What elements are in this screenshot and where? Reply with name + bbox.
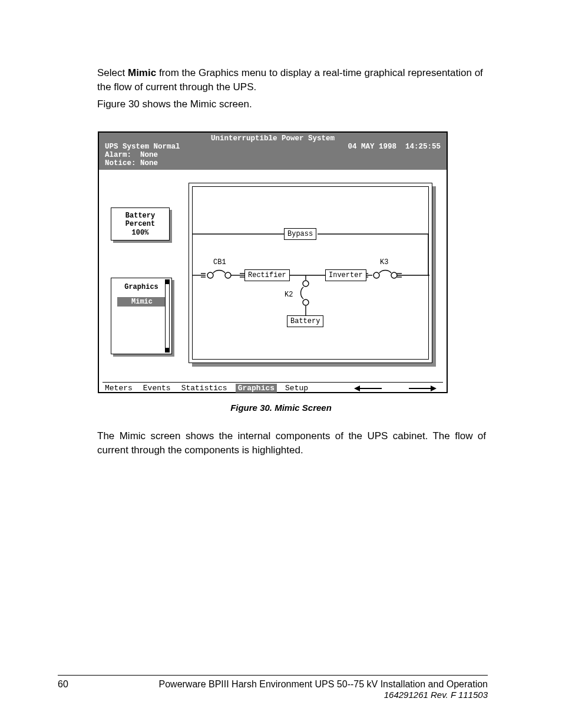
- battery-label-1: Battery: [111, 212, 169, 220]
- box-rectifier: Rectifier: [244, 269, 290, 281]
- footer-title: Powerware BPIII Harsh Environment UPS 50…: [158, 679, 488, 690]
- box-battery: Battery: [287, 315, 323, 327]
- graphics-item-mimic[interactable]: Mimic: [117, 297, 167, 307]
- after-paragraph: The Mimic screen shows the internal comp…: [97, 429, 486, 457]
- p1-pre: Select: [97, 67, 128, 78]
- screen-header: Uninterruptible Power System UPS System …: [99, 133, 447, 170]
- notice-label: Notice:: [105, 159, 136, 167]
- tab-setup[interactable]: Setup: [283, 384, 310, 393]
- label-k2: K2: [285, 291, 293, 299]
- page-number: 60: [58, 679, 158, 700]
- diagram-panel: CB1 K3 K2 Bypass Rectifier Inverter Batt…: [189, 183, 432, 363]
- screen-date: 04 MAY 1998: [348, 143, 396, 151]
- screen-body: Battery Percent 100% Graphics Mimic: [99, 170, 447, 393]
- notice-line: Notice: None: [105, 159, 441, 167]
- battery-value: 100%: [111, 229, 169, 237]
- submenu-scrollbar[interactable]: [165, 279, 170, 353]
- datetime: 04 MAY 1998 14:25:55: [348, 143, 441, 151]
- label-cb1: CB1: [213, 258, 226, 266]
- p1-bold: Mimic: [128, 67, 156, 78]
- notice-value: None: [140, 159, 158, 167]
- label-k3: K3: [380, 258, 388, 266]
- alarm-label: Alarm:: [105, 151, 131, 159]
- intro-paragraph-2: Figure 30 shows the Mimic screen.: [97, 97, 486, 111]
- alarm-line: Alarm: None: [105, 151, 441, 159]
- alarm-value: None: [140, 151, 158, 159]
- battery-label-2: Percent: [111, 220, 169, 228]
- tab-statistics[interactable]: Statistics: [179, 384, 230, 393]
- graphics-submenu-title: Graphics: [111, 283, 171, 291]
- arrow-left-icon[interactable]: [351, 386, 386, 391]
- tab-graphics[interactable]: Graphics: [236, 384, 277, 393]
- svg-point-6: [207, 272, 213, 278]
- battery-percent-panel: Battery Percent 100%: [111, 207, 170, 241]
- svg-point-13: [303, 281, 309, 286]
- svg-point-19: [373, 272, 379, 278]
- screen-title: Uninterruptible Power System: [105, 134, 441, 143]
- footer-revision: 164291261 Rev. F 111503: [158, 690, 488, 700]
- page-footer: 60 Powerware BPIII Harsh Environment UPS…: [58, 675, 488, 700]
- figure-caption: Figure 30. Mimic Screen: [0, 403, 562, 413]
- arrow-right-icon[interactable]: [404, 386, 439, 391]
- ups-status: UPS System Normal: [105, 143, 180, 151]
- mimic-screen: Uninterruptible Power System UPS System …: [98, 131, 448, 393]
- mimic-diagram: [193, 187, 429, 360]
- intro-paragraph-1: Select Mimic from the Graphics menu to d…: [97, 66, 486, 94]
- tab-events[interactable]: Events: [141, 384, 173, 393]
- screen-time: 14:25:55: [405, 143, 441, 151]
- box-bypass: Bypass: [284, 228, 316, 240]
- box-inverter: Inverter: [325, 269, 366, 281]
- svg-point-7: [225, 272, 231, 278]
- graphics-submenu[interactable]: Graphics Mimic: [111, 278, 172, 354]
- tab-meters[interactable]: Meters: [103, 384, 135, 393]
- svg-point-20: [391, 272, 397, 278]
- svg-point-14: [303, 299, 309, 305]
- menu-bar: Meters Events Statistics Graphics Setup: [103, 382, 443, 393]
- diagram-inner: CB1 K3 K2 Bypass Rectifier Inverter Batt…: [192, 186, 429, 360]
